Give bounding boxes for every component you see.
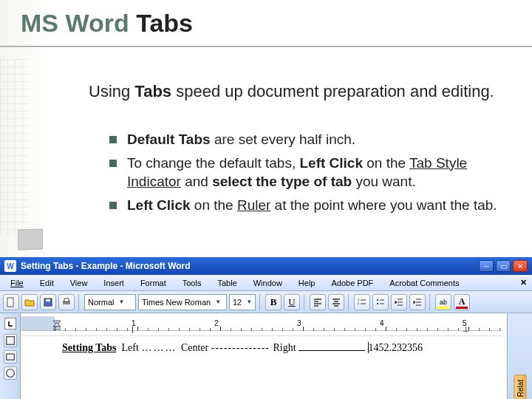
b2-bold2: select the type of tab [212, 174, 352, 189]
svg-rect-0 [7, 298, 13, 307]
open-button[interactable] [21, 294, 38, 310]
svg-rect-9 [6, 337, 14, 345]
ruler-ticks [55, 316, 501, 330]
ruler-number: 2 [214, 319, 219, 327]
bullet-list: Default Tabs are set every half inch. To… [109, 130, 508, 219]
b3-t1: on the [191, 197, 237, 213]
window-title: Setting Tabs - Example - Microsoft Word [21, 261, 479, 271]
document-body[interactable]: Setting Tabs Left ……… Center -----------… [21, 335, 501, 365]
print-button[interactable] [58, 294, 75, 310]
menu-bar: File Edit View Insert Format Tools Table… [0, 275, 532, 291]
increase-indent-button[interactable] [409, 294, 426, 310]
ruler-number: 4 [380, 319, 384, 327]
menu-acrobat-comments[interactable]: Acrobat Comments [382, 277, 466, 289]
svg-rect-10 [6, 354, 14, 360]
formatting-toolbar: Normal▼ Times New Roman▼ 12▼ B U 12 ab A [0, 291, 532, 313]
toolbar-separator [304, 294, 306, 310]
menu-edit[interactable]: Edit [33, 277, 61, 289]
b2-t3: you want. [352, 174, 416, 189]
decorative-grid [0, 59, 30, 236]
b2-t1: on the [363, 155, 409, 171]
tool-button[interactable] [4, 334, 17, 347]
menu-tools[interactable]: Tools [175, 277, 209, 289]
b3-u1: Ruler [237, 197, 270, 213]
intro-pre: Using [89, 82, 134, 100]
b2-bold1: Left Click [299, 155, 363, 171]
tab-style-indicator[interactable] [4, 318, 16, 330]
svg-text:2: 2 [358, 301, 360, 305]
menu-table[interactable]: Table [210, 277, 244, 289]
body-right: Right [273, 342, 296, 353]
style-combo[interactable]: Normal▼ [84, 294, 136, 310]
font-combo[interactable]: Times New Roman▼ [138, 294, 227, 310]
b2-t2: and [181, 174, 212, 189]
leader-dots: ……… [141, 342, 181, 353]
minimize-button[interactable]: ─ [479, 260, 494, 272]
body-left: Left [122, 342, 139, 353]
task-pane[interactable]: Relat [507, 313, 532, 399]
chevron-down-icon: ▼ [246, 299, 252, 305]
document-page[interactable]: 1 2 3 4 5 ⌊ ⊥ Setting Tabs Left ……… Cent… [21, 313, 507, 399]
intro-text: Using Tabs speed up document preparation… [89, 81, 502, 102]
title-divider [0, 46, 532, 47]
toolbar-separator [429, 294, 432, 310]
numbered-list-button[interactable]: 12 [354, 294, 370, 310]
title-bar[interactable]: W Setting Tabs - Example - Microsoft Wor… [0, 257, 532, 275]
decrease-indent-button[interactable] [391, 294, 407, 310]
toolbar-separator [259, 294, 262, 310]
ruler-number: 3 [297, 319, 301, 327]
menu-file[interactable]: File [3, 277, 31, 289]
ruler-margin-shade [21, 316, 55, 330]
document-close-button[interactable]: ✕ [517, 277, 529, 289]
decimal-tab-marker[interactable]: ⊥ [463, 325, 469, 333]
horizontal-ruler[interactable]: 1 2 3 4 5 ⌊ ⊥ [21, 316, 501, 331]
body-label: Setting Tabs [62, 342, 117, 353]
bullet-1: Default Tabs are set every half inch. [109, 130, 508, 149]
bulleted-list-button[interactable] [372, 294, 389, 310]
menu-adobe-pdf[interactable]: Adobe PDF [324, 277, 381, 289]
menu-format[interactable]: Format [133, 277, 174, 289]
svg-point-11 [6, 369, 14, 378]
b3-t2: at the point where you want the tab. [270, 197, 497, 213]
word-window: W Setting Tabs - Example - Microsoft Wor… [0, 257, 532, 399]
menu-view[interactable]: View [63, 277, 95, 289]
leader-dashes: -------------- [211, 342, 273, 353]
b2-t0: To change the default tabs, [127, 155, 299, 171]
save-button[interactable] [40, 294, 56, 310]
toolbar-separator [78, 294, 81, 310]
slide-title: MS Word Tabs [21, 9, 193, 38]
left-tab-marker[interactable]: ⌊ [132, 325, 134, 333]
align-center-button[interactable] [328, 294, 344, 310]
maximize-button[interactable]: ▭ [496, 260, 511, 272]
bullet-3: Left Click on the Ruler at the point whe… [109, 196, 508, 215]
font-value: Times New Roman [142, 298, 211, 307]
svg-rect-2 [46, 299, 50, 301]
document-area: 1 2 3 4 5 ⌊ ⊥ Setting Tabs Left ……… Cent… [0, 313, 532, 399]
underline-button[interactable]: U [284, 294, 300, 310]
b1-text: are set every half inch. [211, 132, 355, 147]
tool-button[interactable] [4, 350, 17, 364]
menu-help[interactable]: Help [291, 277, 323, 289]
word-app-icon: W [4, 260, 16, 272]
font-color-button[interactable]: A [454, 294, 470, 310]
new-doc-button[interactable] [3, 294, 19, 310]
tool-button[interactable] [4, 366, 17, 380]
size-value: 12 [233, 298, 242, 307]
font-size-combo[interactable]: 12▼ [229, 294, 256, 310]
align-left-button[interactable] [310, 294, 326, 310]
chevron-down-icon: ▼ [215, 299, 221, 305]
task-pane-tab[interactable]: Relat [514, 375, 526, 399]
highlight-button[interactable]: ab [435, 294, 451, 310]
menu-insert[interactable]: Insert [96, 277, 132, 289]
style-value: Normal [88, 298, 114, 307]
bold-button[interactable]: B [265, 294, 282, 310]
menu-window[interactable]: Window [246, 277, 290, 289]
title-part-1: MS Word [21, 9, 136, 37]
svg-rect-4 [64, 299, 69, 301]
intro-bold: Tabs [134, 82, 171, 100]
b1-bold: Default Tabs [127, 132, 211, 147]
bullet-2: To change the default tabs, Left Click o… [109, 154, 508, 191]
close-button[interactable]: ✕ [513, 260, 528, 272]
title-part-2: Tabs [136, 9, 193, 37]
decorative-cube [18, 228, 43, 250]
